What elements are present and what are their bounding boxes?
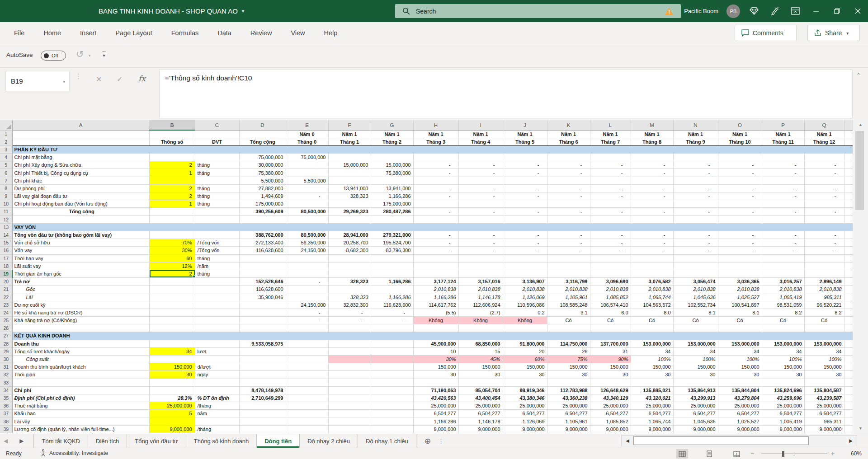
cell-L36[interactable]: 25,000,000 <box>590 402 631 410</box>
cell-K39[interactable]: 9,000,000 <box>547 425 590 433</box>
cell-R35[interactable] <box>844 394 853 402</box>
cell-A6[interactable]: Chi phí Thiết bị, Công cụ dụng cụ <box>12 169 149 177</box>
cell-G10[interactable]: 175,000,000 <box>371 200 413 208</box>
cell-H25[interactable]: Không <box>413 317 458 324</box>
col-header-N[interactable]: N <box>673 120 718 130</box>
cell-G33[interactable] <box>371 379 413 386</box>
cell-A35[interactable]: Định phí (Chi phí cố định) <box>12 394 149 402</box>
sheet-tab-Độ nhạy 1 chiều[interactable]: Độ nhạy 1 chiều <box>358 434 416 448</box>
cell-D12[interactable] <box>239 215 286 223</box>
zoom-out-icon[interactable]: − <box>750 450 754 457</box>
cell-I9[interactable]: - <box>458 192 503 200</box>
cell-L19[interactable] <box>590 270 631 277</box>
cell-D20[interactable]: 152,528,646 <box>239 278 286 286</box>
cell-A34[interactable]: Chi phí <box>12 386 149 394</box>
cell-N36[interactable]: 25,000,000 <box>673 402 718 410</box>
cell-Q21[interactable]: 2,010,838 <box>804 286 844 293</box>
cell-C11[interactable] <box>195 208 239 215</box>
col-header-F[interactable]: F <box>328 120 371 130</box>
cell-P33[interactable] <box>762 379 804 386</box>
cell-C15[interactable]: /Tổng vốn <box>195 239 239 247</box>
cell-I5[interactable]: - <box>458 161 503 169</box>
cell-B37[interactable]: 5 <box>149 410 195 417</box>
cell-O15[interactable]: - <box>718 239 762 247</box>
cell-G4[interactable] <box>371 154 413 161</box>
cell-A22[interactable]: Lãi <box>12 293 149 301</box>
cell-L25[interactable]: Có <box>590 317 631 324</box>
col-header-B[interactable]: B <box>149 120 195 130</box>
cell-L17[interactable] <box>590 254 631 262</box>
cell-B25[interactable] <box>149 317 195 324</box>
cell-O35[interactable]: 43,279,804 <box>718 394 762 402</box>
cell-F12[interactable] <box>328 215 371 223</box>
cell-A26[interactable] <box>12 324 149 332</box>
cell-R33[interactable] <box>844 379 853 386</box>
cell-B35[interactable]: 28.3% <box>149 394 195 402</box>
cell-A2[interactable] <box>12 138 149 145</box>
cell-N10[interactable] <box>673 200 718 208</box>
cell-L33[interactable] <box>590 379 631 386</box>
undo-icon[interactable]: ↻ <box>76 49 84 60</box>
cell-K32[interactable]: 30 <box>547 371 590 379</box>
cell-L18[interactable] <box>590 262 631 270</box>
cell-M2[interactable]: Tháng 8 <box>631 138 673 145</box>
cell-F29[interactable] <box>328 347 371 355</box>
cell-B12[interactable] <box>149 215 195 223</box>
cell-Q19[interactable] <box>804 270 844 277</box>
cell-M20[interactable]: 3,076,582 <box>631 278 673 286</box>
cell-Q4[interactable] <box>804 154 844 161</box>
menu-formulas[interactable]: Formulas <box>162 22 208 44</box>
cell-O1[interactable]: Năm 1 <box>718 130 762 138</box>
cell-A20[interactable]: Trả nợ <box>12 278 149 286</box>
cell-H31[interactable]: 150,000 <box>413 363 458 371</box>
cell-J31[interactable]: 150,000 <box>503 363 547 371</box>
cell-B16[interactable]: 30% <box>149 247 195 254</box>
cell-K15[interactable]: - <box>547 239 590 247</box>
cell-P9[interactable]: - <box>762 192 804 200</box>
cell-N18[interactable] <box>673 262 718 270</box>
cell-F37[interactable] <box>328 410 371 417</box>
cell-N24[interactable]: 8.1 <box>673 309 718 316</box>
cell-D23[interactable] <box>239 301 286 309</box>
row-header-4[interactable]: 4 <box>0 154 12 161</box>
cell-E18[interactable] <box>286 262 328 270</box>
cell-N12[interactable] <box>673 215 718 223</box>
cell-P1[interactable]: Năm 1 <box>762 130 804 138</box>
search-box[interactable]: Search <box>395 4 681 18</box>
cell-R9[interactable] <box>844 192 853 200</box>
cell-B36[interactable]: 25,000,000 <box>149 402 195 410</box>
cell-E14[interactable]: 80,500,000 <box>286 231 328 239</box>
cell-J36[interactable]: 25,000,000 <box>503 402 547 410</box>
cell-R12[interactable] <box>844 215 853 223</box>
cell-B5[interactable]: 2 <box>149 161 195 169</box>
cell-F10[interactable] <box>328 200 371 208</box>
cell-B28[interactable] <box>149 340 195 347</box>
cell-K7[interactable] <box>547 177 590 184</box>
cell-R19[interactable] <box>844 270 853 277</box>
cell-G39[interactable] <box>371 425 413 433</box>
select-all-corner[interactable] <box>0 120 12 130</box>
cell-D9[interactable]: 1,494,609 <box>239 192 286 200</box>
zoom-in-icon[interactable]: + <box>831 450 835 457</box>
document-title[interactable]: BANG TINH KINH DOANH - SHOP QUAN AO ▾ <box>99 0 244 22</box>
cell-J18[interactable] <box>503 262 547 270</box>
cell-K10[interactable] <box>547 200 590 208</box>
col-header-M[interactable]: M <box>631 120 673 130</box>
cell-G6[interactable]: 75,380,000 <box>371 169 413 177</box>
cell-O39[interactable]: 9,000,000 <box>718 425 762 433</box>
cell-Q31[interactable]: 150,000 <box>804 363 844 371</box>
cell-D26[interactable] <box>239 324 286 332</box>
cell-R4[interactable] <box>844 154 853 161</box>
cell-P26[interactable] <box>762 324 804 332</box>
cell-H30[interactable]: 30% <box>413 355 458 363</box>
cell-R18[interactable] <box>844 262 853 270</box>
cell-F30[interactable] <box>328 355 371 363</box>
cell-G19[interactable] <box>371 270 413 277</box>
cell-G22[interactable]: 1,166,286 <box>371 293 413 301</box>
cell-N32[interactable]: 30 <box>673 371 718 379</box>
menu-file[interactable]: File <box>5 22 34 44</box>
cell-R22[interactable] <box>844 293 853 301</box>
cell-I7[interactable] <box>458 177 503 184</box>
cell-P5[interactable]: - <box>762 161 804 169</box>
cell-O28[interactable]: 153,000,000 <box>718 340 762 347</box>
